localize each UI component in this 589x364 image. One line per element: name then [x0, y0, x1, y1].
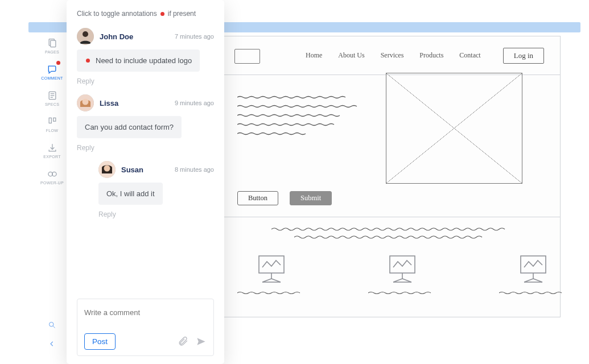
svg-rect-1 — [50, 40, 55, 47]
wf-nav: Home About Us Services Products Contact — [306, 51, 481, 60]
avatar — [98, 161, 116, 178]
avatar — [77, 28, 94, 45]
wf-nav-home: Home — [306, 51, 322, 60]
post-button[interactable]: Post — [84, 333, 116, 350]
annotation-marker-icon — [86, 59, 90, 63]
comment-time: 7 minutes ago — [175, 33, 214, 40]
rail-comment[interactable]: COMMENT — [39, 59, 65, 85]
rail-flow-label: FLOW — [46, 129, 58, 133]
send-icon[interactable] — [196, 336, 207, 347]
rail-pages[interactable]: PAGES — [39, 32, 65, 59]
svg-line-16 — [271, 279, 281, 282]
rail-export-label: EXPORT — [43, 155, 60, 159]
wf-button-1: Button — [237, 191, 278, 205]
toggle-annotations[interactable]: Click to toggle annotations if present — [77, 10, 214, 18]
rail-pages-label: PAGES — [45, 50, 59, 54]
comment-icon — [47, 64, 58, 75]
comment-time: 8 minutes ago — [175, 166, 214, 173]
comment-text: Ok, I will add it — [106, 189, 155, 198]
comment-bubble: Ok, I will add it — [98, 183, 163, 205]
svg-line-11 — [53, 326, 55, 328]
reply-link[interactable]: Reply — [98, 210, 214, 218]
svg-rect-7 — [53, 118, 55, 121]
svg-point-28 — [83, 31, 88, 37]
reply-link[interactable]: Reply — [77, 77, 214, 85]
comment-bubble: Need to include updated logo — [77, 49, 200, 72]
rail-export[interactable]: EXPORT — [39, 137, 65, 163]
wf-image-placeholder — [386, 73, 522, 184]
rail-flow[interactable]: FLOW — [39, 111, 65, 137]
powerup-icon — [47, 168, 58, 180]
svg-line-15 — [262, 279, 271, 282]
toggle-text-pre: Click to toggle annotations — [77, 10, 157, 18]
svg-point-30 — [83, 99, 89, 105]
wf-text-block — [237, 91, 363, 131]
comment-author: Lissa — [100, 99, 118, 107]
collapse-icon[interactable] — [48, 340, 56, 348]
wf-nav-contact: Contact — [459, 51, 480, 60]
comments-panel: Click to toggle annotations if present J… — [67, 0, 224, 364]
comment-text: Can you add contact form? — [85, 123, 174, 131]
zoom-icon[interactable] — [48, 321, 56, 329]
svg-line-21 — [402, 279, 411, 282]
svg-point-10 — [50, 322, 54, 327]
wf-logo-box — [234, 49, 260, 64]
rail-specs[interactable]: SPECS — [39, 85, 65, 111]
pages-icon — [47, 38, 58, 49]
wf-button-2: Submit — [290, 191, 332, 205]
annotation-dot-icon — [160, 12, 164, 16]
comment-author: John Doe — [100, 32, 133, 41]
svg-line-20 — [393, 279, 402, 282]
rail-powerup[interactable]: POWER-UP — [39, 163, 65, 189]
wf-nav-products: Products — [419, 51, 443, 60]
chart-icon — [254, 254, 289, 284]
wf-login: Log in — [503, 48, 544, 64]
rail-comment-label: COMMENT — [41, 76, 63, 80]
svg-point-32 — [104, 166, 110, 172]
svg-line-26 — [533, 279, 542, 282]
wf-nav-about: About Us — [338, 51, 364, 60]
wf-nav-services: Services — [381, 51, 404, 60]
comment-item: Lissa 9 minutes ago Can you add contact … — [77, 94, 214, 152]
specs-icon — [47, 90, 58, 101]
comment-thread: John Doe 7 minutes ago Need to include u… — [77, 28, 214, 299]
comment-badge-dot — [56, 61, 60, 65]
rail-specs-label: SPECS — [45, 102, 59, 106]
comment-bubble: Can you add contact form? — [77, 116, 182, 138]
rail-powerup-label: POWER-UP — [40, 181, 64, 185]
left-rail: PAGES COMMENT SPECS FLOW EXPORT POWER-UP — [39, 32, 65, 189]
rail-bottom — [39, 321, 65, 348]
flow-icon — [47, 116, 58, 127]
chart-icon — [516, 254, 550, 284]
comment-composer: Post — [77, 299, 214, 356]
comment-input[interactable] — [84, 308, 207, 317]
svg-rect-6 — [49, 118, 51, 123]
avatar — [77, 94, 94, 111]
export-icon — [47, 142, 58, 154]
comment-author: Susan — [121, 166, 143, 174]
comment-item: John Doe 7 minutes ago Need to include u… — [77, 28, 214, 85]
comment-text: Need to include updated logo — [96, 56, 192, 65]
attach-icon[interactable] — [178, 336, 189, 347]
chart-icon — [385, 254, 419, 284]
comment-item-reply: Susan 8 minutes ago Ok, I will add it Re… — [77, 161, 214, 218]
svg-line-25 — [524, 279, 533, 282]
toggle-text-post: if present — [168, 10, 196, 18]
reply-link[interactable]: Reply — [77, 144, 214, 152]
comment-time: 9 minutes ago — [175, 100, 214, 106]
